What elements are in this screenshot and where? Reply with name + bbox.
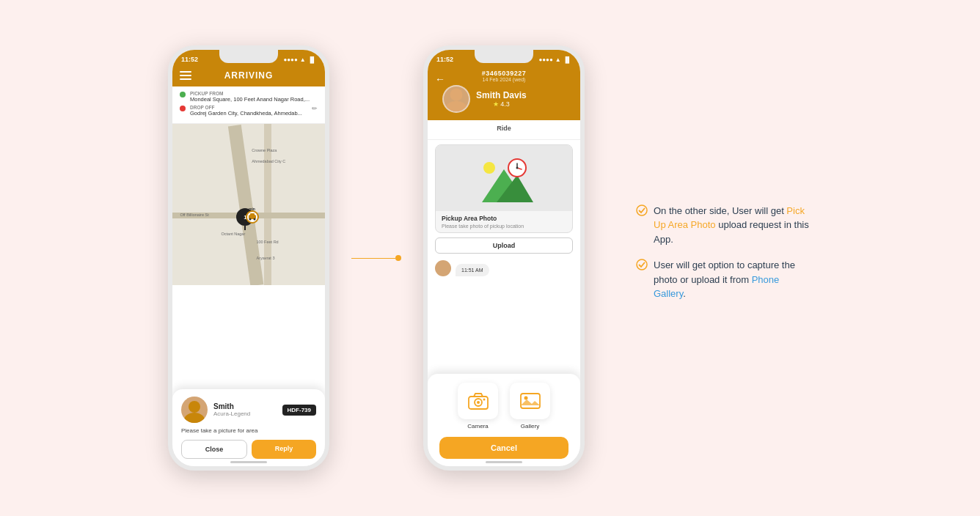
map-label-4: Octant Nagar	[222, 232, 246, 236]
order-id: #3465039227	[435, 70, 573, 77]
svg-point-4	[189, 401, 200, 413]
rating-value: 4.3	[500, 100, 510, 108]
driver-avatar	[181, 397, 208, 423]
svg-point-6	[450, 89, 463, 101]
dropoff-label: DROP OFF	[190, 105, 302, 110]
close-button[interactable]: Close	[181, 440, 247, 459]
annotation-1: On the other side, User will get Pick Up…	[636, 204, 812, 247]
svg-rect-20	[521, 394, 540, 408]
action-buttons: Close Reply	[181, 440, 316, 459]
home-bar-1	[230, 461, 267, 463]
user-avatar-img	[444, 85, 469, 111]
driver-name: Smith	[213, 402, 277, 410]
status-icons-2: ●●●● ▲ ▐▌	[538, 56, 571, 63]
reply-button[interactable]: Reply	[252, 440, 316, 459]
svg-point-7	[446, 101, 467, 111]
user-name: Smith Davis	[476, 90, 527, 100]
photo-desc: Please take photo of pickup location	[442, 224, 566, 229]
home-bar-2	[486, 461, 522, 463]
time-1: 11:52	[181, 56, 198, 63]
phone1-header: ARRIVING	[172, 66, 325, 86]
status-icons-1: ●●●● ▲ ▐▌	[283, 56, 316, 63]
driver-info: Smith Acura-Legend	[213, 402, 277, 417]
annotation-2: User will get option to capture the phot…	[636, 258, 812, 301]
options-row: Camera Gallery	[439, 383, 568, 430]
wifi-icon: ▲	[300, 56, 306, 63]
svg-point-23	[637, 205, 647, 215]
map-label-5: 100 Feet Rd	[256, 240, 278, 244]
driver-car: Acura-Legend	[213, 410, 277, 417]
pickup-label: PICKUP FROM	[190, 91, 310, 96]
camera-icon-box[interactable]	[458, 383, 498, 419]
user-row: Smith Davis ★ 4.3	[435, 85, 573, 113]
dropoff-dot	[180, 106, 186, 111]
battery-icon-2: ▐▌	[563, 56, 571, 63]
camera-label: Camera	[467, 423, 488, 430]
user-avatar	[442, 85, 470, 113]
check-icon-1	[636, 204, 648, 216]
phone-notch-2	[475, 50, 533, 63]
svg-point-21	[524, 397, 527, 400]
camera-option[interactable]: Camera	[458, 383, 498, 430]
phone-notch-1	[219, 50, 278, 63]
driver-avatar-img	[182, 398, 207, 423]
highlight-2: Phone Gallery	[654, 274, 779, 300]
svg-point-19	[483, 399, 485, 401]
route-bar: PICKUP FROM Mondeal Square, 100 Feet Ana…	[172, 86, 325, 124]
annotation-text-1: On the other side, User will get Pick Up…	[654, 204, 812, 247]
svg-rect-1	[250, 213, 255, 216]
photo-placeholder	[436, 145, 572, 211]
driver-dot	[246, 210, 259, 224]
chat-avatar	[435, 260, 451, 276]
star-icon: ★	[493, 100, 499, 108]
signal-icon-2: ●●●●	[538, 56, 552, 63]
phone-2: 11:52 ●●●● ▲ ▐▌ ← #3465039227 14 Feb 202…	[423, 45, 585, 471]
highlight-1: Pick Up Area Photo	[654, 205, 805, 231]
dropoff-route: DROP OFF Godrej Garden City, Chandkheda,…	[180, 105, 318, 117]
ride-title: Ride	[435, 125, 573, 132]
edit-icon[interactable]: ✏	[312, 105, 318, 112]
gallery-label: Gallery	[521, 423, 539, 430]
car-icon	[248, 213, 257, 221]
upload-button[interactable]: Upload	[435, 237, 573, 254]
min-label: min	[249, 207, 255, 211]
map-label-6: Aryavrat 3	[256, 256, 274, 260]
mountains-illustration	[475, 155, 533, 202]
svg-point-18	[477, 401, 480, 404]
battery-icon: ▐▌	[308, 56, 316, 63]
hamburger-icon[interactable]	[180, 71, 191, 80]
ride-section-label: Ride	[428, 120, 580, 140]
phone-1: 11:52 ●●●● ▲ ▐▌ ARRIVING PICKUP FROM Mon…	[168, 45, 329, 471]
bottom-options: Camera Gallery Cancel	[428, 374, 580, 466]
time-2: 11:52	[436, 56, 453, 63]
chat-message-bubble: 11:51 AM	[456, 264, 489, 276]
annotation-text-2: User will get option to capture the phot…	[654, 258, 812, 301]
back-button[interactable]: ←	[435, 73, 445, 85]
map-area: Crowne Plaza Ahmedabad City C Off Billio…	[172, 124, 325, 285]
gallery-icon	[520, 392, 541, 410]
chat-bubble-area: 11:51 AM	[428, 257, 580, 279]
gallery-icon-box[interactable]	[510, 383, 550, 419]
signal-icon: ●●●●	[283, 56, 297, 63]
cancel-button[interactable]: Cancel	[439, 437, 568, 459]
user-rating: ★ 4.3	[476, 100, 527, 108]
annotation-panel: On the other side, User will get Pick Up…	[607, 204, 812, 313]
chat-time: 11:51 AM	[461, 268, 483, 273]
camera-icon	[468, 392, 489, 410]
pickup-address: Mondeal Square, 100 Feet Anand Nagar Roa…	[190, 96, 310, 103]
check-icon-2	[636, 259, 648, 270]
driver-message: Please take a picture for area	[181, 427, 316, 434]
arrow-connector	[351, 255, 401, 261]
wifi-icon-2: ▲	[555, 56, 561, 63]
phone2-header: ← #3465039227 14 Feb 2024 (wed) Smith Da…	[428, 66, 580, 120]
pickup-dot	[180, 92, 186, 97]
map-label-2: Ahmedabad City C	[252, 159, 285, 163]
svg-point-24	[637, 259, 647, 270]
svg-point-3	[253, 218, 255, 221]
user-info: Smith Davis ★ 4.3	[476, 90, 527, 108]
svg-point-5	[184, 413, 205, 423]
dropoff-address: Godrej Garden City, Chandkheda, Ahmedab.…	[190, 110, 302, 117]
photo-card: Pickup Area Photo Please take photo of p…	[435, 144, 573, 233]
gallery-option[interactable]: Gallery	[510, 383, 550, 430]
svg-point-9	[483, 162, 495, 174]
